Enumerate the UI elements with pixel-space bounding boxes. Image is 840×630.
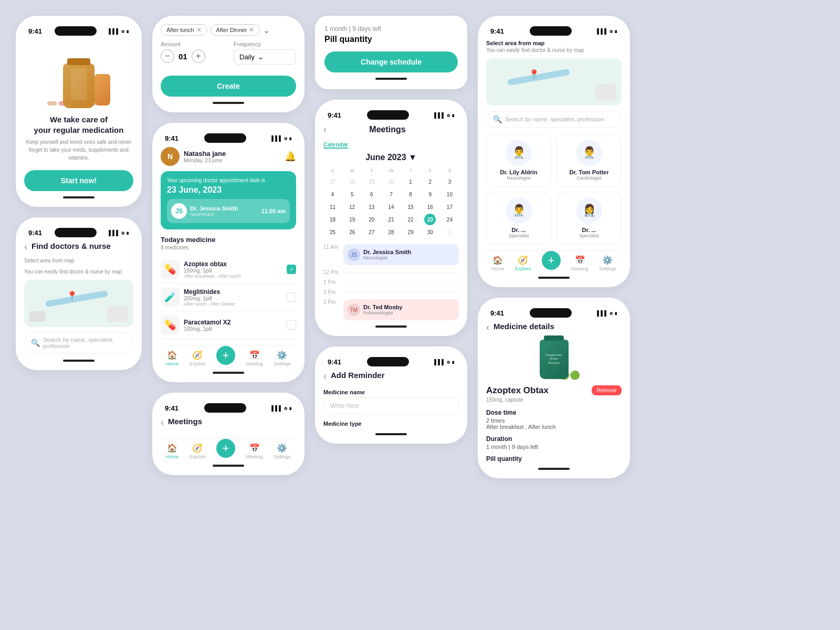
cal-day[interactable]: 11: [327, 201, 339, 213]
remove-after-lunch[interactable]: ✕: [196, 26, 202, 34]
cal-day-today[interactable]: 23: [424, 214, 436, 225]
nav-meeting[interactable]: 📅 Meeting: [246, 350, 263, 366]
cal-day[interactable]: 29: [366, 176, 377, 187]
cal-day[interactable]: 2: [424, 176, 436, 187]
create-button[interactable]: Create: [161, 76, 296, 97]
doctor-card-1[interactable]: 👨‍⚕️ Dr. Lily Aldrin Neurologist: [486, 134, 551, 186]
search-bar[interactable]: 🔍 Search by name, specialist, profession: [486, 111, 622, 128]
cal-day[interactable]: 1: [405, 176, 416, 187]
cal-day[interactable]: 5: [346, 188, 358, 200]
decrement-button[interactable]: −: [161, 49, 174, 63]
cal-day[interactable]: 18: [327, 214, 339, 225]
doctor-name: Dr. Lily Aldrin: [492, 169, 545, 175]
search-placeholder-text: Search by name, specialist, profession: [505, 116, 604, 122]
doctor-card-2[interactable]: 👨‍⚕️ Dr. Tom Potter Cardiologist: [556, 134, 622, 186]
back-button[interactable]: ‹: [486, 322, 489, 333]
bottom-nav: 🏠 Home 🧭 Explore + 📅 Meeting ⚙️ Settings: [161, 345, 296, 366]
user-info: Natasha jane Monday, 23 june: [184, 150, 285, 163]
appointment-jessica[interactable]: JS Dr. Jessica Smith Neurologist: [343, 244, 459, 265]
nav-home[interactable]: 🏠 Home: [491, 255, 504, 271]
nav-explore[interactable]: 🧭 Explore: [190, 350, 206, 366]
nav-meeting[interactable]: 📅 Meeting: [572, 255, 589, 271]
back-button[interactable]: ‹: [323, 124, 327, 135]
nav-home[interactable]: 🏠 Home: [166, 350, 178, 366]
column-1: 9:41 ▌▌▌ ⌾ ▮: [16, 16, 142, 370]
doctor-avatar: 👨‍⚕️: [506, 197, 532, 224]
back-button[interactable]: ‹: [161, 417, 164, 428]
appointment-ted[interactable]: TM Dr. Ted Mosby Pulmonologist: [343, 299, 459, 320]
nav-settings[interactable]: ⚙️ Settings: [274, 350, 291, 366]
map-view[interactable]: 📍: [486, 58, 622, 106]
cal-day[interactable]: 13: [366, 201, 377, 213]
cal-day[interactable]: 30: [385, 176, 397, 187]
column-4: 9:41 ▌▌▌ ⌾ ▮ Select area from map You ca…: [478, 16, 630, 478]
medicine-checkbox[interactable]: ✓: [287, 265, 296, 274]
remove-button[interactable]: Remove: [592, 385, 622, 395]
cal-day[interactable]: 29: [405, 226, 416, 238]
remove-after-dinner[interactable]: ✕: [249, 26, 254, 34]
cal-day[interactable]: 22: [405, 214, 416, 225]
cal-day[interactable]: 25: [327, 226, 339, 238]
nav-home[interactable]: 🏠 Home: [166, 443, 178, 459]
nav-explore[interactable]: 🧭 Explore: [190, 443, 206, 459]
frequency-select[interactable]: Daily ⌄: [234, 49, 296, 65]
doctor-card-4[interactable]: 👩‍⚕️ Dr. ... Specialist: [556, 192, 622, 244]
cal-day[interactable]: 28: [346, 176, 358, 187]
nav-settings[interactable]: ⚙️ Settings: [274, 443, 291, 459]
cal-day[interactable]: 26: [346, 226, 358, 238]
cal-day[interactable]: 27: [366, 226, 377, 238]
nav-explore[interactable]: 🧭 Explore: [515, 255, 531, 271]
home-icon: 🏠: [167, 350, 177, 360]
tab-calendar[interactable]: Calendar: [323, 141, 348, 149]
cal-day[interactable]: 20: [366, 214, 377, 225]
search-bar[interactable]: 🔍 Search by name, specialist, profession: [24, 332, 133, 353]
cal-day[interactable]: 17: [444, 201, 455, 213]
med-name-input[interactable]: Write here: [323, 397, 459, 414]
nav-settings[interactable]: ⚙️ Settings: [599, 255, 616, 271]
cal-day[interactable]: 27: [327, 176, 339, 187]
cal-day[interactable]: 3: [444, 176, 455, 187]
cal-day[interactable]: 12: [346, 201, 358, 213]
cal-day[interactable]: 7: [385, 188, 397, 200]
meetings-header: ‹ Meetings: [323, 124, 459, 135]
back-button[interactable]: ‹: [24, 242, 27, 253]
cal-day[interactable]: 8: [405, 188, 416, 200]
bell-icon[interactable]: 🔔: [285, 151, 296, 162]
cal-day[interactable]: 10: [444, 188, 455, 200]
medicine-checkbox[interactable]: [287, 320, 296, 330]
cal-day[interactable]: 15: [405, 201, 416, 213]
start-now-button[interactable]: Start now!: [24, 170, 133, 191]
map-view[interactable]: 📍: [24, 280, 133, 327]
cal-day[interactable]: 4: [327, 188, 339, 200]
nav-add-button[interactable]: +: [216, 346, 235, 365]
cal-day[interactable]: 28: [385, 226, 397, 238]
cal-day[interactable]: 6: [366, 188, 377, 200]
cal-day[interactable]: 14: [385, 201, 397, 213]
nav-add-button[interactable]: +: [216, 439, 235, 458]
cal-day[interactable]: 1: [444, 226, 455, 238]
calendar-month: June 2023 ▼: [323, 153, 459, 162]
nav-meeting[interactable]: 📅 Meeting: [246, 443, 263, 459]
back-button[interactable]: ‹: [323, 371, 327, 382]
cal-day[interactable]: 24: [444, 214, 455, 225]
home-indicator: [375, 433, 407, 435]
dynamic-island: [367, 110, 409, 120]
medicine-image: SupplementBottleMockup 🟢🟢: [528, 338, 580, 380]
cal-day[interactable]: 30: [424, 226, 436, 238]
dashboard-card: 9:41 ▌▌▌ ⌾ ▮ N Natasha jane Monday, 23 j…: [152, 123, 304, 382]
medicine-time: After breakfast , After lunch: [184, 274, 282, 279]
doctor-card-3[interactable]: 👨‍⚕️ Dr. ... Specialist: [486, 192, 551, 244]
change-schedule-button[interactable]: Change schedule: [324, 51, 458, 72]
cal-day[interactable]: 16: [424, 201, 436, 213]
nav-add-button[interactable]: +: [542, 251, 561, 270]
dynamic-island: [530, 26, 572, 36]
cal-day[interactable]: 9: [424, 188, 436, 200]
cal-day[interactable]: 19: [346, 214, 358, 225]
home-indicator: [63, 360, 94, 362]
increment-button[interactable]: +: [192, 49, 205, 63]
expand-button[interactable]: ⌄: [263, 24, 270, 36]
doctor-info: Dr. Jessica Smith Neurologist: [190, 205, 261, 217]
doctor-name: Dr. Tom Potter: [562, 169, 616, 175]
cal-day[interactable]: 21: [385, 214, 397, 225]
medicine-checkbox[interactable]: [287, 292, 296, 302]
